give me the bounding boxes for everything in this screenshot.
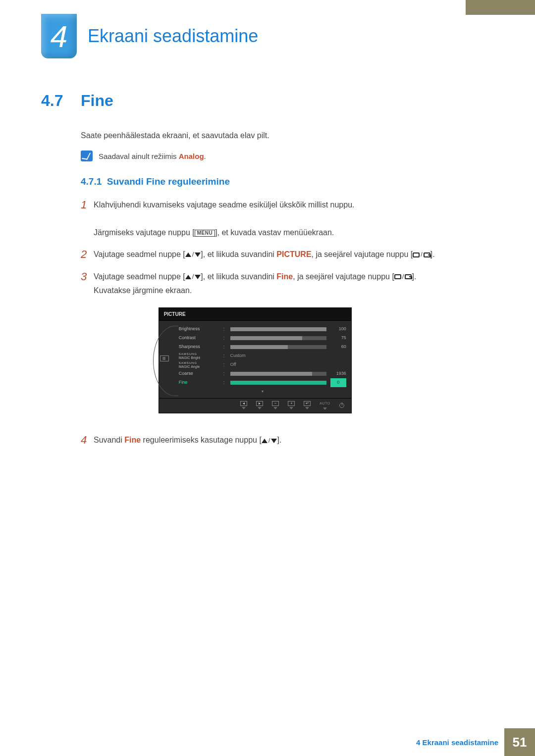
osd-magic: MAGIC (179, 356, 190, 359)
step2-post: , ja seejärel vajutage nuppu [ (312, 250, 413, 258)
header-accent-bar (466, 0, 535, 15)
osd-row-magic-bright: SAMSUNGMAGIC Bright : Custom (179, 352, 346, 360)
step3-post: , ja seejärel vajutage nuppu [ (293, 272, 394, 281)
step3-end: ]. (412, 272, 416, 281)
step3-highlight: Fine (276, 272, 293, 281)
osd-label: Coarse (179, 370, 219, 378)
osd-colon: : (223, 369, 226, 378)
osd-side-icon: ▥ (160, 355, 169, 361)
step1-line2-post: ], et kuvada vastav menüüekraan. (215, 228, 334, 237)
osd-power-icon (339, 403, 344, 408)
osd-colon: : (223, 352, 226, 360)
enter-source-icon: / (413, 249, 430, 260)
step-body: Vajutage seadmel nuppe [/], et liikuda s… (94, 248, 435, 262)
osd-colon: : (223, 334, 226, 343)
step3-pre: Vajutage seadmel nuppe [ (94, 272, 185, 281)
step3-mid: ], et liikuda suvandini (201, 272, 276, 281)
section-heading: 4.7 Fine (41, 92, 497, 110)
up-down-icon: / (262, 435, 277, 447)
osd-row-coarse: Coarse : 1936 (179, 369, 346, 378)
step4-end: ]. (277, 436, 281, 444)
note-suffix: . (204, 152, 206, 160)
osd-rows: Brightness : 100 Contrast : 75 (179, 325, 346, 395)
osd-slider (230, 381, 326, 385)
osd-value: 0 (330, 378, 346, 387)
osd-label: SAMSUNGMAGIC Angle (179, 361, 219, 368)
step2-highlight: PICTURE (276, 250, 311, 258)
osd-colon: : (223, 325, 226, 334)
note-prefix: Saadaval ainult režiimis (99, 152, 179, 160)
osd-nav-left-icon: ◂ (240, 401, 247, 409)
step2-end: ]. (430, 250, 435, 258)
subsection-heading: 4.7.1 Suvandi Fine reguleerimine (81, 176, 497, 187)
section-title: Fine (81, 92, 113, 110)
osd-value: 75 (330, 334, 346, 342)
page-content: 4.7 Fine Saate peenhäälestada ekraani, e… (41, 92, 497, 455)
osd-sublabel: Angle (191, 365, 200, 368)
step-number: 3 (81, 270, 94, 426)
up-down-icon: / (185, 249, 201, 260)
step2-mid: ], et liikuda suvandini (201, 250, 276, 258)
subsection-number: 4.7.1 (81, 176, 102, 187)
osd-slider (230, 336, 326, 340)
note-icon (81, 151, 93, 161)
step3-tail: Kuvatakse järgmine ekraan. (94, 286, 192, 295)
osd-minus-icon: − (272, 401, 279, 409)
chapter-header: 4 Ekraani seadistamine (41, 14, 258, 58)
osd-auto-button: AUTO (320, 401, 330, 410)
osd-text-value: Custom (230, 352, 326, 360)
up-down-icon: / (185, 271, 201, 283)
osd-label: Contrast (179, 334, 219, 342)
osd-value: 1936 (330, 370, 346, 378)
osd-decorative-arc: ▥ (164, 325, 179, 395)
osd-label: Sharpness (179, 343, 219, 351)
intro-text: Saate peenhäälestada ekraani, et saavuta… (81, 130, 497, 142)
step-list: 1 Klahvijuhendi kuvamiseks vajutage sead… (81, 198, 497, 448)
osd-sublabel: Bright (191, 356, 200, 359)
step-number: 1 (81, 198, 94, 240)
subsection-title: Suvandi Fine reguleerimine (107, 176, 230, 187)
footer-page-number: 51 (504, 728, 535, 756)
note-highlight: Analog (179, 152, 204, 160)
osd-label: SAMSUNGMAGIC Bright (179, 353, 219, 359)
chapter-number-badge: 4 (41, 14, 77, 58)
osd-enter-icon: ↵ (304, 401, 311, 409)
enter-source-icon: / (394, 271, 412, 283)
osd-title: PICTURE (159, 308, 351, 321)
step4-mid: reguleerimiseks kasutage nuppu [ (141, 436, 262, 444)
section-number: 4.7 (41, 92, 81, 110)
osd-value: 100 (330, 325, 346, 333)
osd-row-brightness: Brightness : 100 (179, 325, 346, 334)
osd-row-sharpness: Sharpness : 60 (179, 343, 346, 352)
step-3: 3 Vajutage seadmel nuppe [/], et liikuda… (81, 270, 497, 426)
note-text: Saadaval ainult režiimis Analog. (99, 152, 206, 160)
osd-colon: : (223, 378, 226, 387)
osd-row-contrast: Contrast : 75 (179, 334, 346, 343)
footer-chapter-label: 4 Ekraani seadistamine (416, 738, 498, 747)
osd-row-fine: Fine : 0 (179, 378, 346, 387)
osd-nav-right-icon: ▸ (256, 401, 263, 409)
osd-value: 60 (330, 343, 346, 351)
step-2: 2 Vajutage seadmel nuppe [/], et liikuda… (81, 248, 497, 262)
step-1: 1 Klahvijuhendi kuvamiseks vajutage sead… (81, 198, 497, 240)
osd-row-magic-angle: SAMSUNGMAGIC Angle : Off (179, 360, 346, 369)
osd-plus-icon: + (288, 401, 295, 409)
osd-label: Brightness (179, 325, 219, 333)
step-body: Suvandi Fine reguleerimiseks kasutage nu… (94, 433, 281, 448)
osd-label: Fine (179, 379, 219, 387)
step-4: 4 Suvandi Fine reguleerimiseks kasutage … (81, 433, 497, 448)
osd-more-indicator-icon: ▾ (179, 388, 346, 395)
step4-pre: Suvandi (94, 436, 124, 444)
step-number: 2 (81, 248, 94, 262)
chapter-title: Ekraani seadistamine (88, 26, 258, 47)
osd-slider (230, 327, 326, 331)
osd-body: ▥ Brightness : 100 Contrast : (159, 321, 351, 398)
step-body: Klahvijuhendi kuvamiseks vajutage seadme… (94, 198, 354, 240)
osd-colon: : (223, 360, 226, 369)
step-body: Vajutage seadmel nuppe [/], et liikuda s… (94, 270, 416, 426)
osd-magic: MAGIC (179, 365, 190, 368)
step1-line1: Klahvijuhendi kuvamiseks vajutage seadme… (94, 201, 354, 209)
step1-line2-pre: Järgmiseks vajutage nuppu [ (94, 228, 195, 237)
step2-pre: Vajutage seadmel nuppe [ (94, 250, 185, 258)
step-number: 4 (81, 433, 94, 448)
